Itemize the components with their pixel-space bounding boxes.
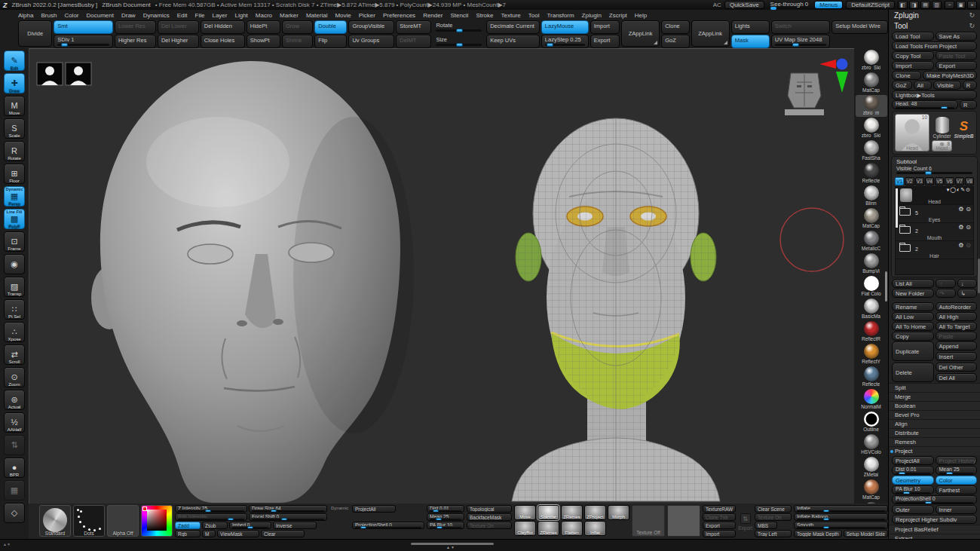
titlebar-icon-2[interactable]: ◨ bbox=[909, 1, 919, 9]
groupvisible-button[interactable]: GroupVisible bbox=[348, 20, 394, 34]
stroke-button[interactable]: Stroke bbox=[476, 12, 493, 19]
subtool-row-eyes[interactable]: 5 ⚙⊙ Eyes bbox=[896, 205, 973, 223]
stroke-selector-thumb[interactable]: Dots bbox=[73, 505, 105, 537]
focal-shift-0-slider[interactable]: Focal Shift 0 bbox=[249, 513, 327, 521]
material-scrollbar[interactable] bbox=[885, 271, 887, 302]
inverse-button[interactable]: Inverse bbox=[273, 522, 317, 529]
edit-button[interactable]: Edit bbox=[177, 12, 188, 19]
slider-handle[interactable] bbox=[433, 510, 439, 513]
slider-handle[interactable] bbox=[899, 472, 905, 475]
standar-button[interactable]: Standar bbox=[537, 505, 559, 520]
subtool-row-icons[interactable]: ▾◯◐✎⊙ bbox=[947, 187, 971, 193]
inflate-slider[interactable]: Inflate bbox=[794, 505, 888, 513]
remesh-button[interactable]: Remesh bbox=[889, 437, 980, 446]
all-low-button[interactable]: All Low bbox=[892, 312, 934, 321]
all-button[interactable]: All bbox=[914, 81, 932, 90]
claybui-button[interactable]: ClayBui bbox=[514, 521, 536, 536]
slider-handle[interactable] bbox=[228, 518, 234, 521]
geometry-button[interactable]: Geometry bbox=[892, 476, 934, 485]
slider-handle[interactable] bbox=[925, 501, 932, 504]
del-all-button[interactable]: Del All bbox=[936, 373, 978, 382]
color-button[interactable]: Color bbox=[936, 476, 978, 485]
polyf-button[interactable]: Line Fill▩PolyF bbox=[4, 209, 25, 229]
gear-icon[interactable]: ⚙ bbox=[958, 206, 963, 213]
menus-toggle[interactable]: Menus bbox=[814, 1, 843, 9]
zscript-button[interactable]: Zscript bbox=[609, 12, 627, 19]
zadd-button[interactable]: Zadd bbox=[175, 522, 201, 529]
reflecte-button[interactable]: Reflecte bbox=[856, 366, 887, 388]
shelf-scroll-arrows[interactable]: ▲▼ bbox=[3, 542, 11, 546]
v1-button[interactable]: V1 bbox=[895, 177, 904, 185]
append-button[interactable]: Append bbox=[936, 341, 978, 350]
alpha-selector-thumb[interactable]: Alpha Off bbox=[107, 505, 139, 537]
insert-button[interactable]: Insert bbox=[936, 352, 978, 361]
bevel-pro-button[interactable]: Bevel Pro bbox=[889, 410, 980, 419]
v4-button[interactable]: V4 bbox=[925, 177, 934, 185]
reproject-higher-subdiv-button[interactable]: Reproject Higher Subdiv bbox=[892, 515, 977, 524]
visible-count-slider[interactable]: Visible Count 6 bbox=[893, 166, 975, 176]
zmetal-button[interactable]: ZMetal bbox=[856, 457, 887, 479]
reflectr-button[interactable]: ReflectR bbox=[856, 321, 887, 343]
zapplink-button[interactable]: ZAppLink bbox=[691, 20, 730, 47]
xpose-button[interactable]: ∴Xpose bbox=[4, 322, 25, 342]
slider-handle[interactable] bbox=[547, 43, 553, 47]
clear-scene-button[interactable]: Clear Scene bbox=[755, 505, 792, 513]
delete-button[interactable]: Delete bbox=[892, 363, 934, 382]
alpha-button[interactable]: Alpha bbox=[18, 12, 33, 19]
goz-button[interactable]: GoZ bbox=[661, 35, 689, 48]
flip-button[interactable]: Flip bbox=[314, 35, 347, 48]
slider-handle[interactable] bbox=[360, 526, 366, 529]
zplugin-button[interactable]: Zplugin bbox=[582, 12, 602, 19]
aahalf-button[interactable]: ½AAHalf bbox=[4, 412, 25, 433]
size-slider[interactable]: Size bbox=[433, 35, 485, 48]
slider-handle[interactable] bbox=[436, 518, 442, 521]
mean-25-slider[interactable]: Mean 25 bbox=[936, 466, 978, 475]
tool-thumb-simplebrush[interactable]: S SimpleB bbox=[954, 114, 974, 139]
inner-button[interactable]: Inner bbox=[936, 505, 978, 514]
transform-button[interactable]: Transform bbox=[547, 12, 574, 19]
tool-thumb-cylinder[interactable]: Cylinder bbox=[932, 114, 952, 139]
r-button[interactable]: R bbox=[963, 81, 977, 90]
rename-button[interactable]: Rename bbox=[892, 302, 934, 311]
imbed-0-slider[interactable]: Imbed 0 bbox=[229, 522, 271, 529]
matcap-button[interactable]: MatCap bbox=[856, 72, 887, 94]
uv-groups-button[interactable]: Uv Groups bbox=[348, 35, 394, 48]
sculpt-head-left[interactable] bbox=[91, 61, 414, 503]
gear-icon[interactable]: ⚙ bbox=[958, 242, 963, 249]
rgb-button[interactable]: Rgb bbox=[175, 530, 201, 537]
topological-button[interactable]: Topological bbox=[467, 505, 512, 513]
slider-handle[interactable] bbox=[281, 518, 287, 521]
actual-button[interactable]: ⊚Actual bbox=[4, 390, 25, 410]
subtool-row-hair[interactable]: 2 ⚙⊙ Hair bbox=[896, 241, 973, 259]
project-basrelief-button[interactable]: Project BasRelief bbox=[889, 525, 980, 534]
list-all-button[interactable]: List All bbox=[892, 279, 934, 288]
inflat-button[interactable]: Inflat bbox=[584, 521, 606, 536]
all-high-button[interactable]: All High bbox=[936, 312, 978, 321]
slider-handle[interactable] bbox=[903, 491, 910, 494]
subtool-scrollbar[interactable] bbox=[896, 188, 898, 228]
quicksave-button[interactable]: QuickSave bbox=[724, 1, 764, 9]
default-zscript-button[interactable]: DefaultZScript bbox=[846, 1, 895, 9]
zbro-m-button[interactable]: zbro_m bbox=[856, 95, 887, 117]
viewmask-button[interactable]: ViewMask bbox=[217, 530, 259, 537]
blinn-button[interactable]: Blinn bbox=[856, 185, 887, 207]
metalicc-button[interactable]: MetalicC bbox=[856, 231, 887, 253]
slider-handle[interactable] bbox=[271, 510, 277, 513]
slider-handle[interactable] bbox=[823, 518, 829, 521]
sdiv-1-slider[interactable]: SDiv 1 bbox=[54, 35, 113, 48]
pa-blur-10-slider[interactable]: PA Blur 10 bbox=[427, 522, 464, 529]
bpr-button[interactable]: ●BPR bbox=[4, 458, 25, 478]
boolean-button[interactable]: Boolean bbox=[889, 401, 980, 410]
move-to-folder-button[interactable]: ↳ bbox=[957, 289, 977, 298]
zremes-button[interactable]: ZRemes bbox=[537, 521, 559, 536]
axis-gizmo[interactable] bbox=[819, 59, 848, 93]
duplicate-button[interactable]: Duplicate bbox=[892, 341, 934, 361]
scale-button[interactable]: SScale bbox=[4, 118, 25, 139]
import-button[interactable]: Import bbox=[703, 530, 736, 537]
brush-selector-thumb[interactable]: Standard bbox=[39, 505, 71, 537]
reflecty-button[interactable]: ReflectY bbox=[856, 344, 887, 366]
zplugin-header[interactable]: Zplugin ↻ bbox=[889, 10, 980, 20]
zproject-button[interactable]: ZProject bbox=[584, 505, 606, 520]
zremes-button[interactable]: ZRemes bbox=[561, 505, 583, 520]
normalm-button[interactable]: NormalM bbox=[856, 389, 887, 411]
